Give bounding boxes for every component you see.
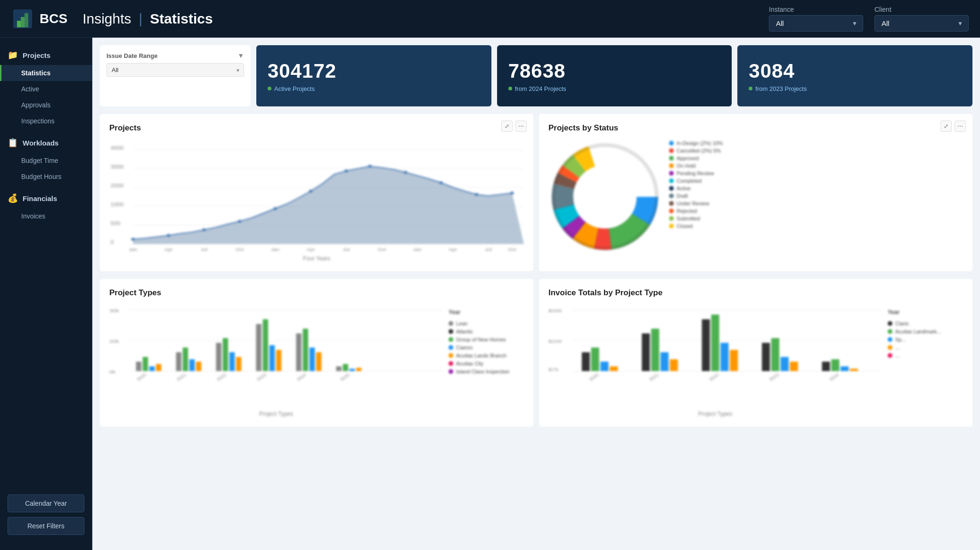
client-dropdown-group: Client All bbox=[874, 6, 969, 32]
svg-point-27 bbox=[510, 192, 514, 194]
svg-rect-112 bbox=[822, 362, 830, 371]
invoice-layout: $200 $100 $75 bbox=[548, 305, 963, 417]
insights-title: Insights bbox=[82, 11, 131, 27]
svg-rect-75 bbox=[276, 350, 281, 371]
svg-point-21 bbox=[309, 190, 313, 193]
svg-text:Apr: Apr bbox=[307, 247, 315, 252]
svg-rect-3 bbox=[24, 13, 28, 27]
legend-item: Rejected bbox=[669, 208, 723, 214]
sidebar-item-budget-hours[interactable]: Budget Hours bbox=[0, 169, 92, 185]
sidebar-item-inspections[interactable]: Inspections bbox=[0, 113, 92, 129]
svg-rect-61 bbox=[143, 357, 148, 371]
svg-rect-72 bbox=[256, 324, 261, 371]
expand-status-btn[interactable]: ⤢ bbox=[940, 121, 952, 132]
svg-rect-83 bbox=[356, 368, 361, 371]
expand-icon: ▼ bbox=[237, 52, 244, 59]
financials-section: 💰 Financials Invoices bbox=[0, 188, 92, 224]
green-dot-2 bbox=[508, 87, 512, 90]
sidebar: 📁 Projects Statistics Active Approvals I… bbox=[0, 38, 92, 550]
instance-dropdown-wrapper: All bbox=[769, 15, 863, 32]
filter-card: Issue Date Range ▼ All bbox=[100, 45, 251, 106]
page-title: Insights | Statistics bbox=[82, 11, 213, 27]
financials-icon: 💰 bbox=[8, 193, 18, 203]
svg-rect-82 bbox=[350, 369, 355, 371]
svg-text:4000: 4000 bbox=[111, 146, 124, 151]
instance-dropdown-group: Instance All bbox=[769, 6, 863, 32]
svg-point-53 bbox=[574, 166, 636, 227]
svg-rect-76 bbox=[296, 333, 301, 371]
legend-item: Under Review bbox=[669, 201, 723, 206]
expand-chart-btn[interactable]: ⤢ bbox=[501, 121, 513, 132]
svg-text:20k: 20k bbox=[109, 339, 119, 344]
svg-text:2022: 2022 bbox=[708, 373, 720, 382]
svg-point-20 bbox=[273, 207, 277, 210]
svg-text:$200: $200 bbox=[548, 308, 562, 313]
svg-rect-63 bbox=[156, 364, 161, 371]
projects-label: Projects bbox=[23, 51, 50, 59]
stat-label-1: Active Projects bbox=[268, 85, 480, 92]
sidebar-item-approvals[interactable]: Approvals bbox=[0, 97, 92, 113]
stat-card-2: 78638 from 2024 Projects bbox=[497, 45, 732, 106]
filter-dropdown-wrapper: All bbox=[106, 63, 244, 77]
svg-text:2023: 2023 bbox=[768, 372, 780, 381]
sidebar-item-budget-time[interactable]: Budget Time bbox=[0, 153, 92, 169]
svg-rect-106 bbox=[720, 343, 728, 371]
client-select[interactable]: All bbox=[874, 15, 969, 32]
project-types-x-label: Project Types bbox=[109, 411, 443, 417]
svg-rect-65 bbox=[183, 348, 188, 371]
legend-item: In-Design (2%) 10% bbox=[669, 140, 723, 146]
area-chart-wrapper: 4000 3000 2000 1000 500 0 bbox=[109, 140, 524, 262]
svg-text:0k: 0k bbox=[109, 370, 116, 374]
client-dropdown-wrapper: All bbox=[874, 15, 969, 32]
date-range-select[interactable]: All bbox=[106, 63, 244, 77]
legend-item: Cancelled (2%) 5% bbox=[669, 148, 723, 154]
svg-rect-99 bbox=[610, 366, 618, 371]
svg-rect-115 bbox=[850, 369, 858, 371]
projects-chart-blur: 4000 3000 2000 1000 500 0 bbox=[109, 140, 524, 262]
svg-text:Oct: Oct bbox=[508, 247, 516, 252]
green-dot-1 bbox=[268, 87, 271, 90]
options-status-btn[interactable]: ⋯ bbox=[955, 121, 966, 132]
legend-item: Sp... bbox=[888, 337, 963, 342]
stat-number-1: 304172 bbox=[268, 60, 480, 82]
area-chart-container: 4000 3000 2000 1000 500 0 bbox=[109, 140, 524, 253]
svg-rect-113 bbox=[831, 359, 839, 371]
sidebar-item-statistics[interactable]: Statistics bbox=[0, 65, 92, 81]
calendar-year-button[interactable]: Calendar Year bbox=[8, 494, 84, 512]
svg-rect-98 bbox=[600, 362, 608, 371]
invoice-totals-card: Invoice Totals by Project Type $200 $100… bbox=[539, 279, 972, 427]
status-chart-title: Projects by Status bbox=[548, 123, 963, 133]
legend-item: Completed bbox=[669, 178, 723, 184]
sidebar-item-invoices[interactable]: Invoices bbox=[0, 208, 92, 224]
title-divider: | bbox=[139, 11, 143, 27]
svg-text:3000: 3000 bbox=[111, 164, 124, 170]
projects-chart-controls: ⤢ ⋯ bbox=[501, 121, 527, 132]
top-stats-row: Issue Date Range ▼ All 304172 Active Pro… bbox=[100, 45, 972, 106]
svg-text:1000: 1000 bbox=[111, 202, 124, 207]
svg-rect-103 bbox=[670, 359, 678, 371]
svg-text:2023: 2023 bbox=[255, 372, 268, 381]
svg-point-24 bbox=[404, 171, 408, 174]
green-dot-3 bbox=[749, 87, 752, 90]
svg-point-26 bbox=[475, 193, 479, 196]
client-label: Client bbox=[874, 6, 969, 13]
stat-number-3: 3084 bbox=[749, 60, 961, 82]
donut-container: In-Design (2%) 10%Cancelled (2%) 5%Appro… bbox=[548, 140, 963, 255]
project-types-chart-area: 30k 20k 0k bbox=[109, 305, 443, 417]
instance-select[interactable]: All bbox=[769, 15, 863, 32]
legend-item: Submitted bbox=[669, 216, 723, 221]
legend-item: Approved bbox=[669, 155, 723, 161]
svg-rect-68 bbox=[216, 343, 221, 371]
legend-item: Acuitas Landmark... bbox=[888, 329, 963, 334]
reset-filters-button[interactable]: Reset Filters bbox=[8, 517, 84, 535]
svg-rect-67 bbox=[196, 362, 201, 371]
options-chart-btn[interactable]: ⋯ bbox=[515, 121, 527, 132]
legend-item: Acuitas City bbox=[449, 361, 524, 366]
workloads-section: 📋 Workloads Budget Time Budget Hours bbox=[0, 133, 92, 185]
project-types-blur: 30k 20k 0k bbox=[109, 305, 524, 417]
sidebar-item-active[interactable]: Active bbox=[0, 81, 92, 97]
invoice-x-label: Project Types bbox=[548, 411, 882, 417]
financials-header: 💰 Financials bbox=[0, 188, 92, 208]
svg-text:Apr: Apr bbox=[164, 247, 173, 252]
workloads-header: 📋 Workloads bbox=[0, 133, 92, 153]
